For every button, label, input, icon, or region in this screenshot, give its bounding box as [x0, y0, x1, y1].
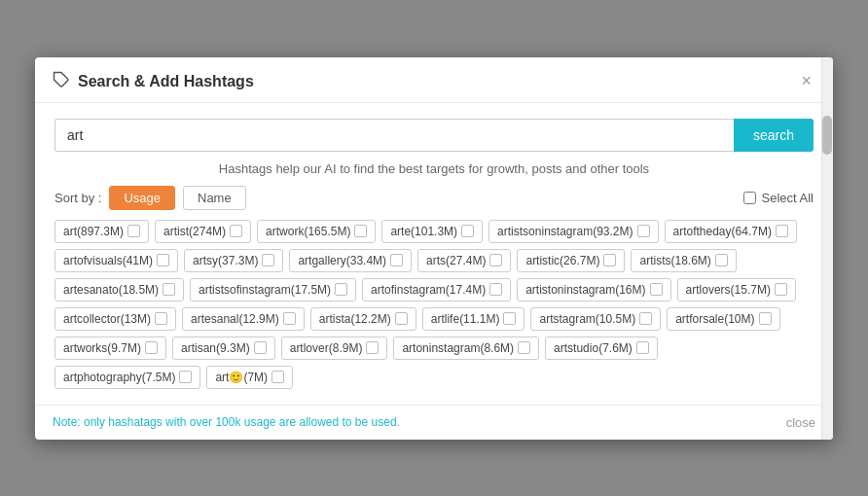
- select-all-area: Select All: [743, 191, 814, 205]
- tag-checkbox[interactable]: [354, 225, 367, 237]
- tag-label: artlife(11.1M): [431, 312, 500, 326]
- list-item[interactable]: artoninstagram(8.6M): [393, 337, 539, 360]
- list-item[interactable]: arts(27.4M): [417, 249, 511, 272]
- list-item[interactable]: artesanato(18.5M): [54, 278, 184, 301]
- tag-checkbox[interactable]: [366, 341, 379, 354]
- list-item[interactable]: artlover(8.9M): [281, 337, 388, 360]
- tag-checkbox[interactable]: [254, 341, 267, 354]
- modal-header: Search & Add Hashtags ×: [35, 57, 833, 103]
- tag-checkbox[interactable]: [127, 225, 140, 237]
- sort-usage-button[interactable]: Usage: [109, 186, 175, 210]
- tag-label: artcollector(13M): [63, 312, 151, 326]
- list-item[interactable]: artist(274M): [155, 220, 251, 243]
- tag-checkbox[interactable]: [230, 225, 242, 237]
- overlay: Search & Add Hashtags × search Hashtags …: [0, 0, 868, 496]
- tag-checkbox[interactable]: [759, 312, 772, 325]
- scrollbar-track[interactable]: [821, 57, 833, 440]
- list-item[interactable]: artofvisuals(41M): [54, 249, 178, 272]
- tag-checkbox[interactable]: [650, 283, 663, 296]
- tag-checkbox[interactable]: [390, 254, 403, 266]
- list-item[interactable]: artstudio(7.6M): [545, 337, 658, 360]
- sort-row: Sort by : Usage Name Select All: [54, 186, 814, 210]
- list-item[interactable]: artofinstagram(17.4M): [362, 278, 511, 301]
- tag-label: artgallery(33.4M): [298, 254, 386, 267]
- list-item[interactable]: artforsale(10M): [667, 307, 779, 331]
- list-item[interactable]: artists(18.6M): [631, 249, 736, 272]
- modal-body: search Hashtags help our AI to find the …: [35, 103, 833, 405]
- tag-checkbox[interactable]: [283, 312, 296, 325]
- sort-label: Sort by :: [54, 191, 101, 205]
- list-item[interactable]: artgallery(33.4M): [289, 249, 412, 272]
- list-item[interactable]: artoftheday(64.7M): [665, 220, 797, 243]
- footer-close-button[interactable]: close: [786, 415, 815, 430]
- tag-checkbox[interactable]: [157, 254, 169, 266]
- tag-label: artistic(26.7M): [525, 254, 599, 267]
- tag-checkbox[interactable]: [775, 283, 787, 296]
- tag-checkbox[interactable]: [145, 341, 158, 354]
- list-item[interactable]: artcollector(13M): [54, 307, 176, 331]
- tag-checkbox[interactable]: [461, 225, 474, 237]
- tag-label: artesanato(18.5M): [63, 283, 159, 297]
- tag-label: artlover(8.9M): [290, 341, 363, 355]
- list-item[interactable]: artphotography(7.5M): [54, 366, 200, 389]
- tag-label: artstudio(7.6M): [554, 341, 633, 355]
- tag-checkbox[interactable]: [271, 371, 284, 383]
- list-item[interactable]: artistsoninstagram(93.2M): [488, 220, 658, 243]
- tag-checkbox[interactable]: [155, 312, 167, 325]
- tag-label: artista(12.2M): [319, 312, 391, 326]
- list-item[interactable]: art🙂(7M): [206, 366, 293, 389]
- tag-checkbox[interactable]: [715, 254, 728, 266]
- tag-checkbox[interactable]: [637, 225, 650, 237]
- list-item[interactable]: artistsofinstagram(17.5M): [190, 278, 356, 301]
- tag-label: artistsoninstagram(93.2M): [497, 225, 633, 238]
- list-item[interactable]: artworks(9.7M): [54, 337, 166, 360]
- tag-label: artists(18.6M): [639, 254, 710, 267]
- tag-checkbox[interactable]: [639, 312, 652, 325]
- tag-label: artoftheday(64.7M): [673, 225, 772, 238]
- tag-checkbox[interactable]: [489, 283, 502, 296]
- list-item[interactable]: artwork(165.5M): [257, 220, 376, 243]
- list-item[interactable]: artstagram(10.5M): [530, 307, 661, 331]
- modal: Search & Add Hashtags × search Hashtags …: [35, 57, 833, 440]
- tag-label: artisan(9.3M): [181, 341, 250, 355]
- tag-checkbox[interactable]: [262, 254, 274, 266]
- search-button[interactable]: search: [734, 119, 814, 152]
- list-item[interactable]: artesanal(12.9M): [182, 307, 305, 331]
- tag-label: artofvisuals(41M): [63, 254, 153, 267]
- helper-text: Hashtags help our AI to find the best ta…: [54, 161, 814, 176]
- tag-checkbox[interactable]: [776, 225, 788, 237]
- list-item[interactable]: art(897.3M): [54, 220, 149, 243]
- tag-checkbox[interactable]: [395, 312, 408, 325]
- sort-name-button[interactable]: Name: [183, 186, 246, 210]
- tags-container: art(897.3M)artist(274M)artwork(165.5M)ar…: [54, 220, 814, 389]
- tag-label: artstagram(10.5M): [539, 312, 635, 326]
- tag-checkbox[interactable]: [163, 283, 175, 296]
- tag-label: artsy(37.3M): [193, 254, 258, 267]
- tag-label: artwork(165.5M): [266, 225, 350, 238]
- list-item[interactable]: artistic(26.7M): [517, 249, 625, 272]
- tag-checkbox[interactable]: [603, 254, 616, 266]
- list-item[interactable]: artsy(37.3M): [184, 249, 283, 272]
- modal-title: Search & Add Hashtags: [78, 73, 254, 90]
- list-item[interactable]: artlovers(15.7M): [677, 278, 796, 301]
- search-input[interactable]: [54, 119, 734, 152]
- scrollbar-thumb: [822, 116, 832, 155]
- tag-checkbox[interactable]: [179, 371, 192, 383]
- modal-close-button[interactable]: ×: [797, 71, 815, 91]
- tag-checkbox[interactable]: [335, 283, 347, 296]
- tag-label: art🙂(7M): [215, 371, 268, 384]
- search-row: search: [54, 119, 814, 152]
- tag-checkbox[interactable]: [636, 341, 649, 354]
- tag-checkbox[interactable]: [503, 312, 516, 325]
- list-item[interactable]: arte(101.3M): [381, 220, 483, 243]
- tag-label: artforsale(10M): [675, 312, 754, 326]
- list-item[interactable]: artlife(11.1M): [422, 307, 525, 331]
- tag-label: artesanal(12.9M): [191, 312, 279, 326]
- tag-label: artist(274M): [163, 225, 226, 238]
- list-item[interactable]: artistoninstagram(16M): [517, 278, 670, 301]
- tag-checkbox[interactable]: [518, 341, 530, 354]
- select-all-checkbox[interactable]: [743, 192, 756, 204]
- tag-checkbox[interactable]: [489, 254, 502, 266]
- list-item[interactable]: artista(12.2M): [310, 307, 416, 331]
- list-item[interactable]: artisan(9.3M): [172, 337, 275, 360]
